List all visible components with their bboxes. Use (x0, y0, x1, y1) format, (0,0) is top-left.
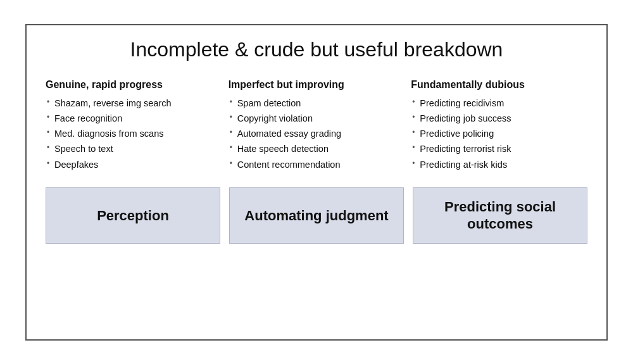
columns-container: Genuine, rapid progress Shazam, reverse … (46, 79, 587, 173)
bottom-box-2-label: Automating judgment (244, 207, 388, 225)
column-3: Fundamentally dubious Predicting recidiv… (411, 79, 587, 173)
column-3-list: Predicting recidivism Predicting job suc… (411, 97, 587, 171)
bottom-box-3: Predicting social outcomes (413, 187, 587, 244)
column-1: Genuine, rapid progress Shazam, reverse … (46, 79, 229, 173)
list-item: Automated essay grading (229, 127, 405, 140)
bottom-box-3-label: Predicting social outcomes (421, 198, 579, 233)
main-title: Incomplete & crude but useful breakdown (46, 38, 587, 61)
list-item: Predicting recidivism (411, 97, 587, 110)
column-2: Imperfect but improving Spam detection C… (229, 79, 411, 173)
bottom-boxes: Perception Automating judgment Predictin… (46, 187, 587, 244)
list-item: Predicting at-risk kids (411, 158, 587, 171)
bottom-box-2: Automating judgment (229, 187, 404, 244)
list-item: Med. diagnosis from scans (46, 127, 222, 140)
bottom-box-1-label: Perception (97, 207, 169, 225)
list-item: Hate speech detection (229, 142, 405, 155)
list-item: Spam detection (229, 97, 405, 110)
column-3-header: Fundamentally dubious (411, 79, 587, 91)
column-1-header: Genuine, rapid progress (46, 79, 222, 91)
list-item: Predictive policing (411, 127, 587, 140)
list-item: Deepfakes (46, 158, 222, 171)
list-item: Copyright violation (229, 112, 405, 125)
list-item: Face recognition (46, 112, 222, 125)
column-1-list: Shazam, reverse img search Face recognit… (46, 97, 222, 171)
bottom-box-1: Perception (46, 187, 220, 244)
list-item: Content recommendation (229, 158, 405, 171)
main-frame: Incomplete & crude but useful breakdown … (25, 24, 608, 341)
list-item: Shazam, reverse img search (46, 97, 222, 110)
column-2-list: Spam detection Copyright violation Autom… (229, 97, 405, 171)
list-item: Predicting job success (411, 112, 587, 125)
column-2-header: Imperfect but improving (229, 79, 405, 91)
list-item: Predicting terrorist risk (411, 142, 587, 155)
list-item: Speech to text (46, 142, 222, 155)
